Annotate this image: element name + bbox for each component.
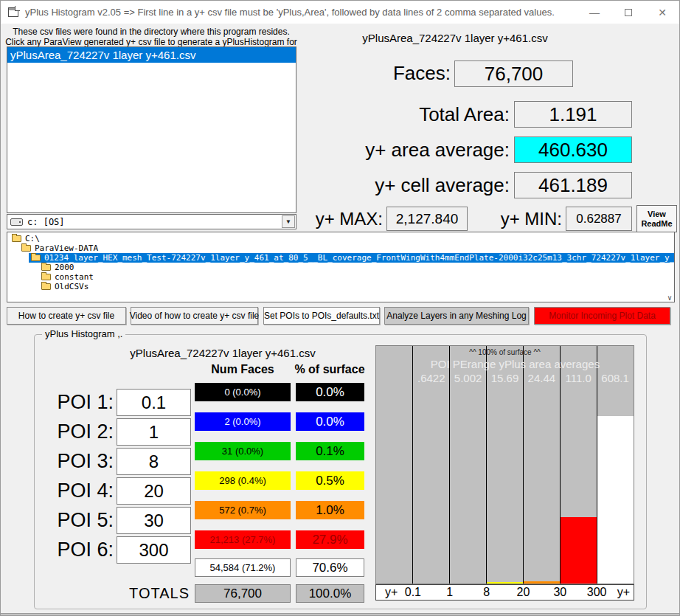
poi-3-label: POI 3: — [35, 448, 114, 475]
totals-num-faces: 76,700 — [195, 584, 291, 603]
chart-x-axis: y+ 0.1 1 8 20 30 300 y+ — [375, 584, 634, 601]
scroll-down-icon[interactable]: ∨ — [667, 294, 672, 302]
yplus-area-average-label: y+ area average: — [274, 136, 510, 163]
tree-item-label: constant — [55, 272, 94, 282]
current-csv-label: yPlusArea_724227v 1layer y+461.csv — [318, 32, 592, 44]
poi-4-input[interactable] — [117, 477, 191, 505]
poi-4-label: POI 4: — [35, 477, 114, 505]
pct-row-1: 0.0% — [296, 383, 364, 401]
poi-2-input[interactable] — [117, 418, 191, 446]
axis-label-20: 20 — [517, 586, 530, 599]
yplus-histogram-chart: ^^ 100% of surface ^^ POI PErange yPlus … — [375, 345, 634, 601]
view-readme-button[interactable]: View ReadMe — [636, 205, 677, 232]
title-bar: yPlus Histogram v2.05 => First line in a… — [1, 1, 679, 24]
drive-selector[interactable]: c: [OS] ▼ — [7, 214, 296, 229]
chart-bar — [524, 581, 560, 584]
view-readme-line2: ReadMe — [641, 219, 672, 229]
drive-icon — [10, 218, 23, 226]
poi-3-input[interactable] — [117, 448, 191, 475]
faces-value: 76,700 — [454, 60, 573, 87]
num-faces-row-4: 298 (0.4%) — [195, 471, 291, 490]
yplus-min-label: y+ MIN: — [468, 207, 562, 231]
set-pois-defaults-button[interactable]: Set POIs to POIs_defaults.txt — [263, 307, 380, 325]
bin-average-label: 15.69 — [491, 372, 519, 384]
faces-label: Faces: — [310, 60, 451, 86]
poi-5-input[interactable] — [117, 507, 191, 534]
chart-bar — [597, 416, 634, 584]
axis-label-yplus-right: y+ — [617, 586, 630, 599]
num-faces-row-7: 54,584 (71.2%) — [195, 558, 291, 577]
open-folder-icon — [12, 235, 21, 242]
num-faces-row-2: 2 (0.0%) — [195, 412, 291, 431]
chart-bar — [561, 517, 597, 584]
poi-6-input[interactable] — [117, 536, 191, 564]
drive-selector-value: c: [OS] — [27, 217, 65, 227]
yplus-area-average-value: 460.630 — [514, 136, 632, 163]
pct-row-6: 27.9% — [296, 530, 364, 549]
bin-average-label: 608.1 — [601, 372, 629, 384]
total-area-label: Total Area: — [296, 101, 510, 128]
csv-file-list: yPlusArea_724227v 1layer y+461.csv — [7, 46, 296, 213]
axis-label-8: 8 — [483, 586, 490, 599]
app-window: yPlus Histogram v2.05 => First line in a… — [0, 0, 680, 616]
open-folder-icon — [31, 255, 41, 261]
yplus-max-label: y+ MAX: — [303, 207, 383, 231]
num-faces-header: Num Faces — [195, 363, 291, 376]
tree-item-constant[interactable]: constant — [7, 272, 674, 282]
yplus-max-value: 2,127.840 — [386, 207, 468, 231]
num-faces-row-1: 0 (0.0%) — [195, 383, 291, 401]
group-title: yPlus Histogram ,. — [42, 328, 125, 339]
histogram-csv-name: yPlusArea_724227v 1layer y+461.csv — [57, 347, 389, 359]
window-title: yPlus Histogram v2.05 => First line in a… — [25, 7, 577, 18]
maximize-button[interactable] — [611, 1, 645, 24]
close-button[interactable]: ✕ — [645, 1, 679, 24]
directory-tree: C:\ ParaView-DATA 01234_layer_HEX_mesh_T… — [7, 232, 675, 302]
pct-row-5: 1.0% — [296, 501, 364, 519]
instructions-line-1: These csv files were found in the direct… — [5, 27, 297, 37]
video-how-to-create-csv-button[interactable]: Video of how to create y+ csv file — [131, 307, 258, 325]
poi-2-label: POI 2: — [35, 418, 114, 446]
yplus-cell-average-label: y+ cell average: — [274, 172, 510, 198]
monitor-incoming-plot-data-button[interactable]: Monitor Incoming Plot Data — [534, 307, 670, 325]
totals-pct: 100.0% — [296, 584, 364, 603]
how-to-create-csv-button[interactable]: How to create y+ csv file — [7, 307, 126, 325]
app-icon — [8, 7, 18, 17]
analyze-layers-button[interactable]: Analyze Layers in any Meshing Log — [384, 307, 529, 325]
bin-average-label: 111.0 — [566, 372, 591, 384]
tree-item-oldcsvs[interactable]: OldCSVs — [7, 282, 674, 291]
tree-item-label: C:\ — [25, 234, 40, 243]
minimize-button[interactable]: — — [577, 1, 611, 24]
yplus-cell-average-value: 461.189 — [514, 172, 632, 198]
chart-subtitle: POI PErange yPlus area averages — [386, 358, 634, 370]
tree-item-2000[interactable]: 2000 — [7, 263, 674, 272]
poi-6-label: POI 6: — [35, 536, 114, 564]
chart-plot-area: ^^ 100% of surface ^^ POI PErange yPlus … — [375, 345, 634, 584]
chevron-down-icon[interactable]: ▼ — [282, 215, 295, 228]
tree-item-root[interactable]: C:\ — [7, 234, 674, 243]
chart-title: ^^ 100% of surface ^^ — [376, 348, 634, 356]
pct-row-2: 0.0% — [296, 412, 364, 431]
tree-item-selected-case[interactable]: 01234_layer_HEX_mesh_Test-724227v_1layer… — [7, 253, 674, 263]
closed-folder-icon — [41, 264, 51, 271]
tree-item-label: ParaView-DATA — [35, 243, 98, 253]
maximize-icon — [625, 9, 632, 16]
yplus-min-value: 0.62887 — [566, 207, 632, 231]
tree-item-label: 2000 — [55, 263, 74, 272]
num-faces-row-3: 31 (0.0%) — [195, 442, 291, 460]
pct-surface-header: % of surface — [291, 363, 369, 376]
num-faces-row-5: 572 (0.7%) — [195, 501, 291, 519]
poi-5-label: POI 5: — [35, 507, 114, 534]
tree-item-paraview-data[interactable]: ParaView-DATA — [7, 243, 674, 253]
pct-row-7: 70.6% — [296, 558, 364, 577]
chart-bar — [487, 582, 523, 584]
axis-label-yplus-left: y+ — [385, 586, 398, 599]
totals-label: TOTALS — [75, 584, 190, 603]
bin-average-label: 5.002 — [454, 372, 482, 384]
poi-1-label: POI 1: — [35, 389, 114, 416]
poi-1-input[interactable] — [117, 389, 191, 416]
closed-folder-icon — [41, 283, 51, 290]
csv-file-list-item[interactable]: yPlusArea_724227v 1layer y+461.csv — [7, 47, 296, 63]
closed-folder-icon — [41, 274, 51, 280]
yplus-histogram-group: yPlus Histogram ,. yPlusArea_724227v 1la… — [34, 334, 647, 609]
tree-item-label: 01234_layer_HEX_mesh_Test-724227v_1layer… — [44, 253, 675, 263]
